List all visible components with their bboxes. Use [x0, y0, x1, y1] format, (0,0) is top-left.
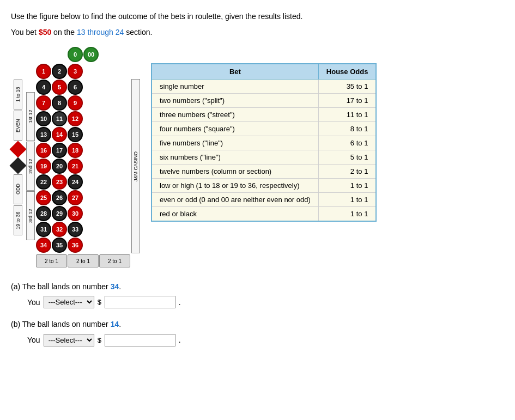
odds-value: 1 to 1	[318, 179, 376, 193]
section-labels: 1st 12 2nd 12 3rd 12	[26, 92, 35, 240]
odds-table: Bet House Odds single number 35 to 1 two…	[151, 63, 377, 222]
diamond-black-icon	[9, 157, 26, 174]
casino-label-area: J&M CASINO	[131, 79, 140, 253]
diamond-red-container	[11, 142, 25, 157]
odds-value: 1 to 1	[318, 193, 376, 207]
number-18[interactable]: 18	[68, 143, 83, 158]
bet-label: four numbers ("square")	[152, 122, 318, 136]
number-13[interactable]: 13	[36, 127, 51, 142]
number-22[interactable]: 22	[36, 174, 51, 190]
number-15[interactable]: 15	[68, 127, 83, 142]
number-7[interactable]: 7	[36, 95, 51, 111]
number-23[interactable]: 23	[52, 174, 67, 190]
number-0[interactable]: 0	[68, 47, 83, 62]
label-3rd12: 3rd 12	[26, 191, 35, 240]
question-a-dollar: $	[98, 298, 101, 306]
col-header-bet: Bet	[152, 64, 318, 80]
label-even: EVEN	[14, 111, 22, 141]
table-row: two numbers ("split") 17 to 1	[152, 94, 376, 108]
number-14[interactable]: 14	[52, 127, 67, 142]
number-28[interactable]: 28	[36, 206, 51, 221]
row-25-27: 25 26 27	[36, 190, 130, 205]
row-10-12: 10 11 12	[36, 111, 130, 126]
label-1st12: 1st 12	[26, 92, 35, 141]
number-6[interactable]: 6	[68, 80, 83, 95]
number-29[interactable]: 29	[52, 206, 67, 221]
number-21[interactable]: 21	[68, 159, 83, 174]
number-00[interactable]: 00	[83, 47, 99, 62]
number-grid: 0 00 1 2 3 4 5 6 7 8 9 10 11 12	[36, 47, 130, 267]
diamond-red-icon	[9, 141, 26, 157]
bet-label: red or black	[152, 207, 318, 222]
number-36[interactable]: 36	[68, 238, 83, 253]
odds-value: 17 to 1	[318, 94, 376, 108]
row-19-21: 19 20 21	[36, 159, 130, 174]
question-a-answer-row: You ---Select--- win lose $ .	[27, 296, 504, 308]
question-b-period: .	[179, 336, 181, 344]
number-2[interactable]: 2	[52, 64, 67, 79]
number-16[interactable]: 16	[36, 143, 51, 158]
label-2nd12: 2nd 12	[26, 142, 35, 191]
number-27[interactable]: 27	[68, 190, 83, 205]
column-btn-3[interactable]: 2 to 1	[99, 254, 130, 267]
number-25[interactable]: 25	[36, 190, 51, 205]
number-9[interactable]: 9	[68, 95, 83, 111]
number-4[interactable]: 4	[36, 80, 51, 95]
number-32[interactable]: 32	[52, 222, 67, 237]
question-b-dollar: $	[98, 336, 101, 344]
column-btn-1[interactable]: 2 to 1	[36, 254, 67, 267]
question-b: (b) The ball lands on number 14. You ---…	[11, 318, 504, 346]
bet-label: single number	[152, 80, 318, 94]
number-19[interactable]: 19	[36, 159, 51, 174]
row-16-18: 16 17 18	[36, 143, 130, 158]
label-19to36: 19 to 36	[14, 205, 22, 235]
number-24[interactable]: 24	[68, 174, 83, 190]
table-row: six numbers ("line") 5 to 1	[152, 150, 376, 165]
number-34[interactable]: 34	[36, 238, 51, 253]
number-8[interactable]: 8	[52, 95, 67, 111]
question-b-text: (b) The ball lands on number 14.	[11, 318, 504, 330]
table-row: four numbers ("square") 8 to 1	[152, 122, 376, 136]
odds-value: 11 to 1	[318, 108, 376, 122]
bet-label: twelve numbers (column or section)	[152, 165, 318, 179]
question-b-select[interactable]: ---Select--- win lose	[44, 334, 94, 346]
number-26[interactable]: 26	[52, 190, 67, 205]
number-33[interactable]: 33	[68, 222, 83, 237]
row-34-36: 34 35 36	[36, 238, 130, 253]
number-3[interactable]: 3	[68, 64, 83, 79]
roulette-board: 1 to 18 EVEN ODD 19 to 36 1st 12 2nd 12 …	[11, 47, 140, 267]
row-22-24: 22 23 24	[36, 174, 130, 190]
number-17[interactable]: 17	[52, 143, 67, 158]
column-btn-2[interactable]: 2 to 1	[68, 254, 99, 267]
casino-label: J&M CASINO	[131, 79, 140, 253]
questions-section: (a) The ball lands on number 34. You ---…	[11, 281, 504, 346]
question-a: (a) The ball lands on number 34. You ---…	[11, 281, 504, 308]
question-b-amount-input[interactable]	[105, 334, 175, 346]
question-a-you-label: You	[27, 298, 40, 307]
diamond-black-container	[11, 158, 25, 173]
number-5[interactable]: 5	[52, 80, 67, 95]
number-20[interactable]: 20	[52, 159, 67, 174]
question-a-number: 34	[111, 282, 119, 291]
row-31-33: 31 32 33	[36, 222, 130, 237]
number-12[interactable]: 12	[68, 111, 83, 126]
question-a-period: .	[179, 298, 181, 307]
label-1to18: 1 to 18	[14, 80, 22, 109]
question-a-select[interactable]: ---Select--- win lose	[44, 296, 94, 308]
table-row: even or odd (0 and 00 are neither even n…	[152, 193, 376, 207]
row-1-3: 1 2 3	[36, 64, 130, 79]
bet-section: 13 through 24	[77, 28, 124, 36]
bet-label: five numbers ("line")	[152, 136, 318, 150]
number-1[interactable]: 1	[36, 64, 51, 79]
row-28-30: 28 29 30	[36, 206, 130, 221]
odds-value: 6 to 1	[318, 136, 376, 150]
number-10[interactable]: 10	[36, 111, 51, 126]
intro-line2: You bet $50 on the 13 through 24 section…	[11, 27, 504, 38]
number-11[interactable]: 11	[52, 111, 67, 126]
number-31[interactable]: 31	[36, 222, 51, 237]
odds-value: 35 to 1	[318, 80, 376, 94]
number-35[interactable]: 35	[52, 238, 67, 253]
question-a-amount-input[interactable]	[105, 296, 175, 308]
question-b-answer-row: You ---Select--- win lose $ .	[27, 334, 504, 346]
number-30[interactable]: 30	[68, 206, 83, 221]
